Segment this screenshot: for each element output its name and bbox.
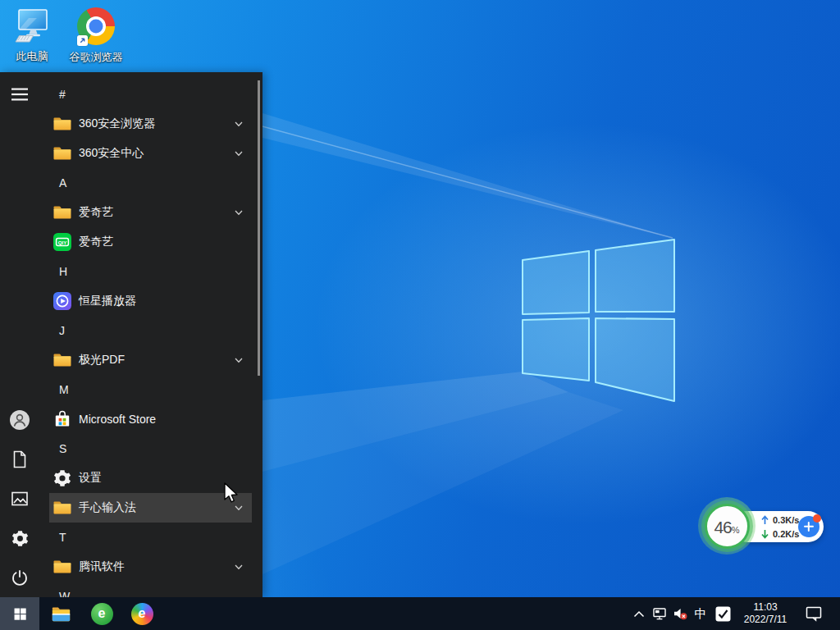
download-arrow-icon — [761, 529, 769, 539]
chevron-down-icon — [234, 208, 244, 217]
start-item-360-center-folder[interactable]: 360安全中心 — [49, 139, 252, 168]
settings-button[interactable] — [0, 518, 39, 558]
media-player-icon — [52, 291, 72, 311]
folder-icon — [52, 557, 72, 577]
section-header-m[interactable]: M — [39, 375, 262, 404]
chevron-down-icon — [234, 119, 244, 129]
start-button[interactable] — [0, 597, 39, 630]
action-center-button[interactable] — [797, 597, 830, 630]
document-icon — [10, 450, 30, 469]
user-account-button[interactable] — [0, 400, 39, 440]
start-item-star-player[interactable]: 恒星播放器 — [49, 286, 252, 316]
desktop-icon-label: 此电脑 — [0, 49, 64, 64]
power-button[interactable] — [0, 558, 39, 597]
chevron-down-icon — [234, 562, 244, 572]
section-header-t[interactable]: T — [39, 523, 262, 552]
power-icon — [10, 568, 30, 587]
memory-usage-ball[interactable]: 46% — [698, 497, 756, 555]
start-menu-app-list: # 360安全浏览器 360安全中心 A 爱奇艺 QIY 爱奇艺 H — [39, 72, 262, 597]
accelerate-plus-button[interactable] — [798, 516, 819, 537]
chrome-icon — [76, 7, 116, 47]
desktop-icon-chrome[interactable]: 谷歌浏览器 — [64, 7, 128, 65]
chevron-down-icon — [234, 148, 244, 158]
section-header-hash[interactable]: # — [39, 80, 262, 109]
chevron-down-icon — [234, 503, 244, 513]
start-item-360-browser-folder[interactable]: 360安全浏览器 — [49, 109, 252, 139]
user-avatar-icon — [9, 409, 30, 431]
ball-ring: 46% — [701, 500, 753, 552]
start-item-iqiyi-folder[interactable]: 爱奇艺 — [49, 198, 252, 227]
iqiyi-icon: QIY — [52, 232, 72, 252]
ethernet-network-icon — [652, 607, 669, 621]
360-safe-browser-icon: e — [91, 603, 113, 625]
memory-percent-value: 46 — [714, 518, 731, 537]
tray-overflow-button[interactable] — [628, 597, 651, 630]
folder-icon — [52, 114, 72, 134]
section-header-h[interactable]: H — [39, 257, 262, 286]
ime-indicator-button[interactable]: 中 — [691, 597, 710, 630]
start-item-settings[interactable]: 设置 — [49, 463, 252, 493]
microsoft-store-icon — [52, 409, 72, 429]
shortcut-arrow-icon — [77, 35, 88, 46]
file-explorer-button[interactable] — [41, 597, 80, 630]
action-center-icon — [805, 605, 823, 622]
section-header-a[interactable]: A — [39, 168, 262, 198]
pictures-button[interactable] — [0, 479, 39, 518]
start-item-tencent-folder[interactable]: 腾讯软件 — [49, 552, 252, 582]
tray-time: 11:03 — [744, 601, 788, 614]
section-header-j[interactable]: J — [39, 316, 262, 345]
clock-button[interactable]: 11:03 2022/7/11 — [735, 597, 796, 630]
speaker-muted-icon — [673, 607, 688, 621]
antivirus-tray-button[interactable] — [710, 597, 735, 630]
folder-icon — [52, 498, 72, 518]
expand-menu-button[interactable] — [0, 75, 39, 114]
notification-dot — [813, 514, 821, 523]
ime-language-label: 中 — [695, 606, 707, 622]
volume-tray-button[interactable] — [669, 597, 691, 630]
start-menu-panel: # 360安全浏览器 360安全中心 A 爱奇艺 QIY 爱奇艺 H — [0, 72, 262, 597]
upload-arrow-icon — [761, 515, 769, 525]
start-item-microsoft-store[interactable]: Microsoft Store — [49, 404, 252, 434]
windows-logo-icon — [13, 607, 27, 621]
360-speed-browser-icon: e — [131, 603, 153, 625]
net-speed-rows: 0.3K/s 0.2K/s — [761, 513, 799, 541]
desktop-icon-label: 谷歌浏览器 — [64, 50, 128, 65]
section-header-s[interactable]: S — [39, 434, 262, 463]
gear-icon — [11, 529, 30, 548]
download-speed-value: 0.2K/s — [773, 529, 799, 539]
chevron-up-icon — [633, 610, 645, 618]
start-item-shouxin-ime-folder[interactable]: 手心输入法 — [49, 493, 252, 523]
pictures-icon — [10, 489, 30, 509]
file-explorer-icon — [50, 603, 72, 625]
start-menu-rail — [0, 72, 39, 597]
start-item-iqiyi-app[interactable]: QIY 爱奇艺 — [49, 227, 252, 257]
windows-flag-logo — [523, 240, 674, 401]
folder-icon — [52, 144, 72, 163]
svg-text:QIY: QIY — [58, 240, 68, 245]
upload-speed-value: 0.3K/s — [773, 515, 799, 525]
desktop-icon-this-pc[interactable]: 此电脑 — [0, 7, 64, 64]
ball-core: 46% — [705, 504, 750, 549]
start-menu-scrollbar[interactable] — [258, 80, 260, 376]
hamburger-icon — [11, 87, 29, 102]
gear-icon — [52, 468, 72, 488]
start-item-jiguang-pdf-folder[interactable]: 极光PDF — [49, 345, 252, 375]
documents-button[interactable] — [0, 440, 39, 479]
folder-icon — [52, 203, 72, 222]
folder-icon — [52, 350, 72, 370]
taskbar: e e 中 11:03 2022/7/1 — [0, 597, 840, 630]
360-safe-browser-button[interactable]: e — [82, 597, 121, 630]
this-pc-icon — [12, 7, 52, 46]
network-tray-button[interactable] — [650, 597, 671, 630]
chevron-down-icon — [234, 355, 244, 365]
section-header-w[interactable]: W — [39, 582, 262, 597]
tray-date: 2022/7/11 — [744, 614, 788, 626]
checkmark-app-icon — [714, 605, 732, 623]
360-speed-browser-button[interactable]: e — [122, 597, 162, 630]
